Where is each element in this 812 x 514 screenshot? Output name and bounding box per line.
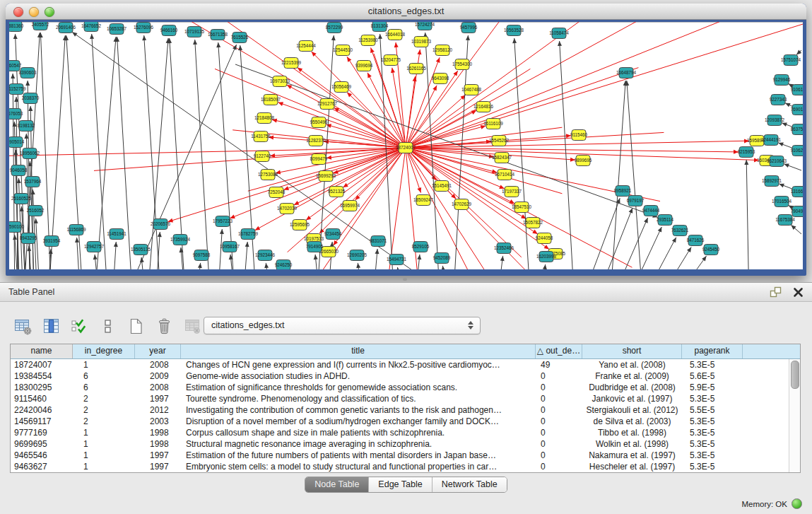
graph-node[interactable]: 8943295 (20, 233, 37, 244)
graph-node[interactable]: 17016504 (772, 197, 792, 207)
table-cell[interactable]: 0 (536, 438, 582, 450)
table-cell[interactable]: 0 (536, 427, 582, 438)
graph-node[interactable]: 15276096 (134, 23, 154, 33)
table-cell[interactable]: 2009 (135, 370, 181, 382)
graph-node[interactable]: 10973033 (270, 76, 290, 87)
table-cell[interactable]: 5.3E-5 (682, 359, 743, 370)
float-panel-button[interactable] (769, 286, 782, 299)
graph-node[interactable]: 9106198 (791, 85, 803, 95)
black-edge[interactable] (195, 40, 211, 269)
table-row[interactable]: 911546021997Tourette syndrome. Phenomeno… (11, 393, 789, 404)
black-edge[interactable] (560, 41, 575, 269)
graph-node[interactable]: 9452089 (433, 253, 451, 264)
graph-node[interactable]: 9245450 (702, 245, 720, 255)
table-cell[interactable]: 0 (536, 404, 582, 416)
table-row[interactable]: 1938455462009Genome-wide association stu… (11, 370, 789, 382)
graph-node[interactable]: 1676053 (9, 109, 23, 119)
graph-node[interactable]: 7690139 (791, 105, 803, 115)
panel-splitter[interactable] (0, 276, 812, 282)
graph-node[interactable]: 8198132 (18, 121, 35, 132)
table-cell[interactable]: Estimation of significance thresholds fo… (181, 382, 536, 393)
graph-node[interactable]: 12184808 (254, 113, 275, 124)
graph-node[interactable]: 8131304 (371, 22, 389, 32)
vertical-scrollbar[interactable] (789, 359, 800, 472)
table-cell[interactable]: 5.3E-5 (682, 427, 743, 438)
table-cell[interactable]: Estimation of the future numbers of pati… (181, 450, 536, 461)
table-cell[interactable]: 1998 (135, 427, 181, 438)
graph-node[interactable]: 9831071 (370, 236, 387, 247)
table-cell[interactable]: 1 (73, 461, 135, 472)
black-edge[interactable] (746, 160, 749, 269)
black-edge[interactable] (48, 35, 65, 269)
graph-node[interactable]: 9466160 (160, 25, 178, 36)
graph-node[interactable]: 11451941 (107, 229, 126, 240)
column-header-title[interactable]: title (181, 344, 536, 358)
table-cell[interactable]: 0 (536, 393, 582, 404)
graph-node[interactable]: 9244058 (536, 233, 553, 244)
close-panel-button[interactable] (793, 287, 804, 298)
graph-node[interactable]: 12215399 (281, 58, 302, 69)
red-edge[interactable] (248, 126, 486, 191)
table-row[interactable]: 1872400712008Changes of HCN gene express… (11, 359, 789, 370)
graph-node[interactable]: 12690205 (347, 250, 367, 261)
table-panel-titlebar[interactable]: Table Panel (0, 283, 812, 302)
graph-node[interactable]: 1881360 (9, 22, 24, 32)
black-edge[interactable] (594, 208, 632, 269)
graph-node[interactable]: 12753088 (258, 170, 278, 180)
graph-node[interactable]: 2935114 (657, 215, 674, 226)
graph-node[interactable]: 10563528 (504, 25, 524, 36)
graph-node[interactable]: 15751074 (781, 55, 801, 66)
delete-columns-button[interactable] (154, 316, 175, 337)
table-cell[interactable]: 2003 (135, 416, 181, 427)
graph-node[interactable]: 8471626 (687, 235, 705, 246)
graph-node[interactable]: 7914905 (306, 242, 324, 252)
table-cell[interactable]: 1997 (135, 393, 181, 404)
graph-node[interactable]: 9046058 (10, 165, 28, 176)
graph-node[interactable]: 6979197 (627, 196, 645, 206)
graph-node[interactable]: 12093872 (765, 115, 785, 126)
graph-node[interactable]: 15145491 (432, 181, 452, 192)
table-cell[interactable]: 1997 (135, 450, 181, 461)
table-row[interactable]: 1456911722003Disruption of a novel membe… (11, 416, 789, 427)
table-cell[interactable]: 6 (73, 382, 135, 393)
table-cell[interactable]: 5.3E-5 (682, 416, 743, 427)
table-cell[interactable]: Nakamura et al. (1997) (582, 450, 682, 461)
graph-node[interactable]: 7632621 (671, 226, 689, 236)
graph-node[interactable]: 16710414 (495, 170, 515, 180)
graph-node[interactable]: 18185097 (261, 95, 281, 105)
graph-node[interactable]: 9246250 (275, 260, 293, 270)
change-table-mode-button[interactable] (13, 316, 33, 337)
graph-node[interactable]: 15545262 (489, 136, 510, 146)
graph-node[interactable]: 11152759 (9, 84, 26, 95)
graph-node[interactable]: 11058474 (549, 28, 569, 39)
graph-node[interactable]: 18956062 (20, 148, 40, 159)
graph-node[interactable]: 18509247 (413, 195, 434, 206)
graph-node[interactable]: 12544510 (333, 45, 353, 56)
table-row[interactable]: 946554611997Estimation of the future num… (11, 450, 789, 461)
table-cell[interactable]: de Silva et al. (2003) (582, 416, 682, 427)
graph-node[interactable]: 11253980 (358, 35, 378, 46)
graph-node[interactable]: 12444191 (761, 135, 782, 146)
table-cell[interactable]: Embryonic stem cells: a model to study s… (181, 461, 536, 472)
table-cell[interactable]: 1 (73, 427, 135, 438)
table-cell[interactable]: 5.3E-5 (682, 438, 743, 450)
column-header-name[interactable]: name (11, 344, 73, 358)
graph-node[interactable]: 17197337 (502, 187, 522, 197)
window-titlebar[interactable]: citations_edges.txt (6, 4, 806, 20)
table-cell[interactable]: Franke et al. (2009) (582, 370, 682, 382)
table-cell[interactable]: 1 (73, 359, 135, 370)
black-edge[interactable] (580, 198, 620, 269)
black-edge[interactable] (33, 189, 37, 269)
graph-node[interactable]: 20691406 (56, 23, 76, 33)
table-cell[interactable]: 5.9E-5 (682, 382, 743, 393)
graph-node[interactable]: 15699293 (316, 171, 336, 182)
graph-node[interactable]: 8099479 (310, 154, 328, 165)
table-cell[interactable]: 2 (73, 404, 135, 416)
table-cell[interactable]: 5.3E-5 (682, 450, 743, 461)
graph-node[interactable]: 1537964 (24, 177, 42, 187)
graph-node[interactable]: 9097588 (193, 250, 211, 261)
table-cell[interactable]: 2 (73, 393, 135, 404)
graph-node[interactable]: 12958120 (433, 45, 453, 56)
graph-node[interactable]: 12164816 (473, 102, 494, 112)
graph-node[interactable]: 10958167 (220, 242, 240, 252)
